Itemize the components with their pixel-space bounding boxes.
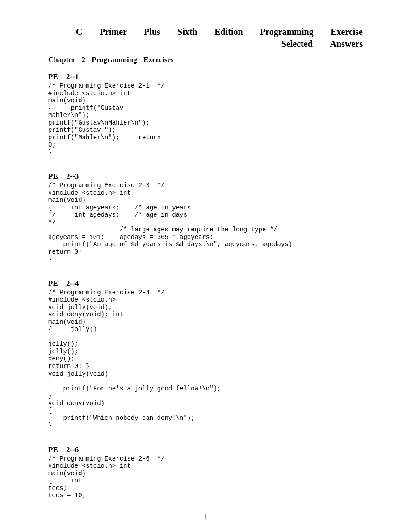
code-block: /* Programming Exercise 2-4 */ #include … bbox=[48, 289, 363, 429]
page: C Primer Plus Sixth Edition Programming … bbox=[0, 0, 411, 532]
pe-heading: PE 2-­‐6 bbox=[48, 445, 363, 454]
document-title-line1: C Primer Plus Sixth Edition Programming … bbox=[76, 27, 363, 37]
pe-heading: PE 2-­‐4 bbox=[48, 279, 363, 288]
code-block: /* Programming Exercise 2-1 */ #include … bbox=[48, 82, 363, 156]
section-pe-2-6: PE 2-­‐6 /* Programming Exercise 2-6 */ … bbox=[48, 445, 363, 499]
pe-heading: PE 2-­‐1 bbox=[48, 72, 363, 81]
section-pe-2-1: PE 2-­‐1 /* Programming Exercise 2-1 */ … bbox=[48, 72, 363, 156]
code-block: /* Programming Exercise 2-3 */ #include … bbox=[48, 182, 363, 263]
section-pe-2-3: PE 2-­‐3 /* Programming Exercise 2-3 */ … bbox=[48, 172, 363, 263]
page-number: 1 bbox=[0, 513, 411, 521]
code-block: /* Programming Exercise 2-6 */ #include … bbox=[48, 455, 363, 499]
document-title-line2: Selected Answers bbox=[76, 39, 363, 49]
chapter-heading: Chapter 2 Programming Exercises bbox=[48, 55, 363, 64]
section-pe-2-4: PE 2-­‐4 /* Programming Exercise 2-4 */ … bbox=[48, 279, 363, 429]
pe-heading: PE 2-­‐3 bbox=[48, 172, 363, 181]
